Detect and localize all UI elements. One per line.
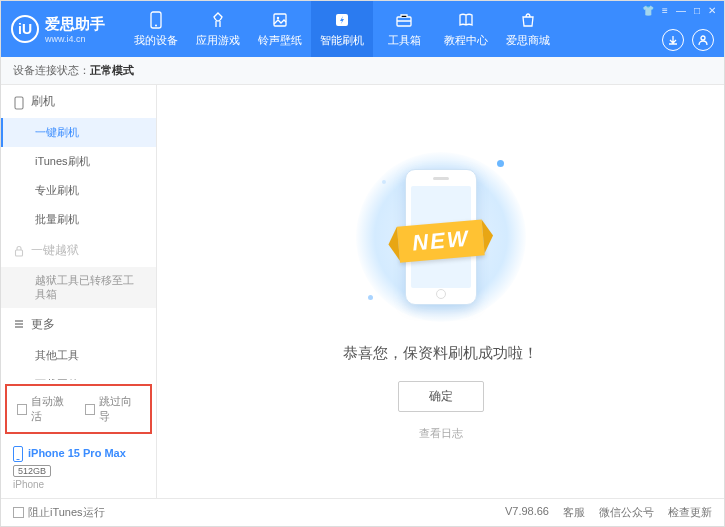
success-illustration: NEW: [356, 142, 526, 332]
logo-icon: iU: [11, 15, 39, 43]
nav-label: 我的设备: [134, 33, 178, 48]
flash-icon: [333, 11, 351, 29]
wechat-link[interactable]: 微信公众号: [599, 505, 654, 520]
checkbox-icon: [17, 404, 27, 415]
svg-rect-8: [16, 250, 23, 256]
auto-activate-checkbox[interactable]: 自动激活: [17, 394, 73, 424]
phone-icon: [13, 446, 23, 462]
checkbox-icon: [85, 404, 95, 415]
minimize-button[interactable]: —: [676, 5, 686, 16]
svg-point-3: [277, 16, 279, 18]
view-log-link[interactable]: 查看日志: [419, 426, 463, 441]
customer-service-link[interactable]: 客服: [563, 505, 585, 520]
book-icon: [457, 11, 475, 29]
top-nav: 我的设备 应用游戏 铃声壁纸 智能刷机 工具箱 教程中心: [125, 1, 559, 57]
user-button[interactable]: [692, 29, 714, 51]
phone-icon: [13, 96, 25, 108]
svg-rect-7: [15, 97, 23, 109]
sidebar-item-other[interactable]: 其他工具: [1, 341, 156, 370]
status-value: 正常模式: [90, 63, 134, 78]
nav-flash[interactable]: 智能刷机: [311, 1, 373, 57]
new-ribbon: NEW: [396, 219, 484, 262]
block-itunes-checkbox[interactable]: 阻止iTunes运行: [13, 505, 105, 520]
nav-mall[interactable]: 爱思商城: [497, 1, 559, 57]
section-label: 刷机: [31, 93, 55, 110]
device-storage: 512GB: [13, 465, 51, 477]
section-label: 一键越狱: [31, 242, 79, 259]
nav-label: 教程中心: [444, 33, 488, 48]
app-name: 爱思助手: [45, 15, 105, 34]
app-logo: iU 爱思助手 www.i4.cn: [11, 15, 105, 44]
checkbox-label: 自动激活: [31, 394, 72, 424]
device-type: iPhone: [13, 479, 144, 490]
sidebar-section-more[interactable]: 更多: [1, 308, 156, 341]
sidebar-options: 自动激活 跳过向导: [5, 384, 152, 434]
nav-label: 工具箱: [388, 33, 421, 48]
nav-label: 爱思商城: [506, 33, 550, 48]
status-label: 设备连接状态：: [13, 63, 90, 78]
sidebar-item-oneclick[interactable]: 一键刷机: [1, 118, 156, 147]
close-button[interactable]: ✕: [708, 5, 716, 16]
maximize-button[interactable]: □: [694, 5, 700, 16]
sidebar: 刷机 一键刷机 iTunes刷机 专业刷机 批量刷机 一键越狱 越狱工具已转移至…: [1, 85, 157, 498]
check-update-link[interactable]: 检查更新: [668, 505, 712, 520]
nav-label: 应用游戏: [196, 33, 240, 48]
nav-apps-games[interactable]: 应用游戏: [187, 1, 249, 57]
sidebar-section-flash[interactable]: 刷机: [1, 85, 156, 118]
main-panel: NEW 恭喜您，保资料刷机成功啦！ 确定 查看日志: [157, 85, 724, 498]
skip-guide-checkbox[interactable]: 跳过向导: [85, 394, 141, 424]
version-label: V7.98.66: [505, 505, 549, 520]
nav-label: 铃声壁纸: [258, 33, 302, 48]
titlebar: iU 爱思助手 www.i4.cn 我的设备 应用游戏 铃声壁纸 智能刷机: [1, 1, 724, 57]
bag-icon: [519, 11, 537, 29]
sidebar-section-jailbreak: 一键越狱: [1, 234, 156, 267]
sidebar-item-itunes[interactable]: iTunes刷机: [1, 147, 156, 176]
connection-status-bar: 设备连接状态： 正常模式: [1, 57, 724, 85]
wallpaper-icon: [271, 11, 289, 29]
menu-button[interactable]: ≡: [662, 5, 668, 16]
svg-point-6: [701, 36, 705, 40]
section-label: 更多: [31, 316, 55, 333]
list-icon: [13, 318, 25, 330]
checkbox-label: 跳过向导: [99, 394, 140, 424]
checkbox-icon: [13, 507, 24, 518]
nav-tutorial[interactable]: 教程中心: [435, 1, 497, 57]
sidebar-item-download[interactable]: 下载固件: [1, 370, 156, 380]
sidebar-item-pro[interactable]: 专业刷机: [1, 176, 156, 205]
toolbox-icon: [395, 11, 413, 29]
success-message: 恭喜您，保资料刷机成功啦！: [343, 344, 538, 363]
nav-my-device[interactable]: 我的设备: [125, 1, 187, 57]
app-url: www.i4.cn: [45, 34, 105, 44]
apps-icon: [209, 11, 227, 29]
nav-label: 智能刷机: [320, 33, 364, 48]
svg-point-1: [155, 24, 157, 26]
lock-icon: [13, 245, 25, 257]
nav-ring-wall[interactable]: 铃声壁纸: [249, 1, 311, 57]
ok-button[interactable]: 确定: [398, 381, 484, 412]
device-name: iPhone 15 Pro Max: [28, 447, 126, 459]
nav-toolbox[interactable]: 工具箱: [373, 1, 435, 57]
sidebar-item-batch[interactable]: 批量刷机: [1, 205, 156, 234]
footer: 阻止iTunes运行 V7.98.66 客服 微信公众号 检查更新: [1, 498, 724, 526]
device-info[interactable]: iPhone 15 Pro Max 512GB iPhone: [1, 438, 156, 498]
window-controls: 👕 ≡ — □ ✕: [642, 5, 716, 16]
download-button[interactable]: [662, 29, 684, 51]
skin-button[interactable]: 👕: [642, 5, 654, 16]
checkbox-label: 阻止iTunes运行: [28, 505, 105, 520]
sidebar-jailbreak-note: 越狱工具已转移至工具箱: [1, 267, 156, 308]
phone-icon: [147, 11, 165, 29]
